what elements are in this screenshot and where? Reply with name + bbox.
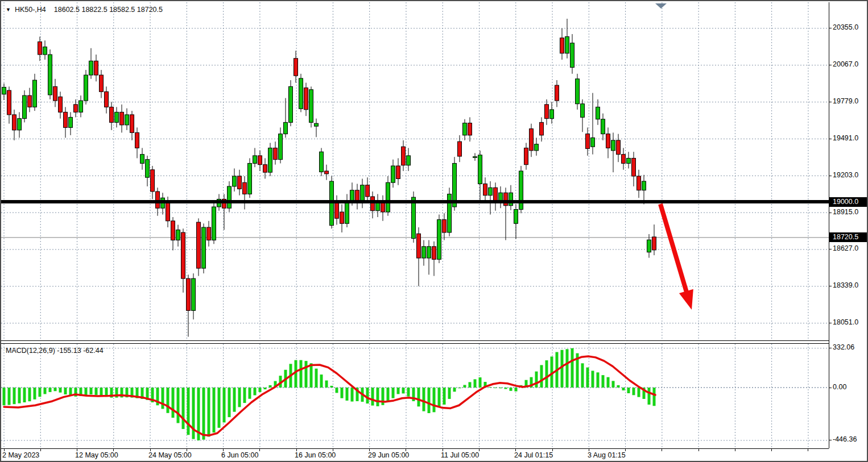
candle-bear[interactable]: [197, 222, 201, 268]
candle-bull[interactable]: [550, 110, 554, 119]
time-marker-icon[interactable]: [655, 3, 667, 9]
candle-bear[interactable]: [28, 95, 32, 107]
candle-bull[interactable]: [212, 207, 216, 240]
candle-bear[interactable]: [274, 148, 278, 159]
candle-bull[interactable]: [601, 119, 605, 134]
candle-bull[interactable]: [268, 148, 272, 172]
candle-bear[interactable]: [105, 91, 109, 107]
candle-bull[interactable]: [79, 101, 83, 112]
candle-bear[interactable]: [53, 86, 57, 101]
candle-bear[interactable]: [530, 129, 534, 151]
candle-bull[interactable]: [437, 220, 441, 260]
candle-bear[interactable]: [417, 234, 421, 258]
candle-bear[interactable]: [606, 134, 610, 148]
candle-bear[interactable]: [560, 38, 564, 53]
candle-bull[interactable]: [350, 190, 354, 201]
candle-bull[interactable]: [489, 188, 493, 195]
time-axis[interactable]: 2 May 202312 May 05:0024 May 05:006 Jun …: [1, 449, 829, 462]
candle-bull[interactable]: [642, 181, 646, 190]
candle-bull[interactable]: [596, 107, 600, 119]
candle-bull[interactable]: [581, 104, 585, 118]
candle-bear[interactable]: [443, 220, 447, 233]
candle-bull[interactable]: [391, 166, 395, 182]
candle-bear[interactable]: [187, 278, 191, 310]
candle-bull[interactable]: [565, 36, 569, 53]
candle-bear[interactable]: [632, 158, 636, 176]
candle-bull[interactable]: [89, 61, 93, 75]
candle-bear[interactable]: [258, 156, 262, 165]
candle-bear[interactable]: [59, 97, 63, 112]
candle-bear[interactable]: [181, 232, 185, 278]
candle-bull[interactable]: [176, 230, 180, 240]
candle-bear[interactable]: [243, 182, 247, 194]
candle-bull[interactable]: [228, 186, 232, 208]
candle-bull[interactable]: [33, 80, 37, 107]
candle-bull[interactable]: [345, 201, 349, 224]
candle-bull[interactable]: [571, 43, 574, 68]
candle-bear[interactable]: [637, 176, 641, 190]
candle-bear[interactable]: [135, 132, 139, 148]
candle-bull[interactable]: [115, 112, 119, 122]
candle-bear[interactable]: [110, 107, 114, 122]
candle-bull[interactable]: [591, 138, 595, 147]
down-arrow-line[interactable]: [660, 204, 687, 292]
candle-bear[interactable]: [294, 59, 298, 76]
candle-bear[interactable]: [402, 147, 406, 165]
candle-bull[interactable]: [192, 278, 196, 310]
candle-bull[interactable]: [509, 193, 513, 206]
candle-bull[interactable]: [299, 78, 303, 109]
candle-bull[interactable]: [18, 119, 22, 130]
candle-bull[interactable]: [23, 95, 27, 119]
candle-bear[interactable]: [617, 140, 621, 155]
candle-bear[interactable]: [120, 112, 124, 125]
symbol-dropdown-icon[interactable]: ▼: [6, 7, 11, 13]
candle-bull[interactable]: [202, 227, 206, 268]
candle-bear[interactable]: [540, 122, 544, 135]
candle-bull[interactable]: [320, 152, 324, 172]
candle-bull[interactable]: [386, 182, 390, 212]
candle-bull[interactable]: [611, 140, 615, 151]
candle-bull[interactable]: [463, 123, 467, 135]
candle-bear[interactable]: [504, 193, 508, 206]
candle-bear[interactable]: [38, 42, 42, 55]
candle-bull[interactable]: [284, 122, 288, 134]
candle-bull[interactable]: [514, 210, 518, 224]
candle-bear[interactable]: [483, 184, 487, 195]
candle-bear[interactable]: [325, 171, 329, 174]
candle-bear[interactable]: [652, 237, 656, 250]
candle-bear[interactable]: [458, 141, 462, 156]
candle-bear[interactable]: [555, 85, 559, 101]
candle-bear[interactable]: [263, 165, 267, 173]
candle-bull[interactable]: [125, 115, 129, 125]
price-axis[interactable]: 20355.020067.019779.019491.019203.018915…: [829, 1, 868, 449]
candle-bear[interactable]: [130, 115, 134, 133]
candle-bull[interactable]: [2, 87, 6, 94]
candle-bear[interactable]: [100, 75, 104, 91]
candle-bull[interactable]: [248, 163, 252, 194]
candle-bull[interactable]: [309, 90, 313, 123]
candle-bear[interactable]: [586, 134, 590, 149]
candle-bear[interactable]: [74, 105, 78, 113]
candle-bear[interactable]: [545, 105, 549, 119]
candle-bear[interactable]: [64, 112, 68, 127]
candle-bull[interactable]: [478, 155, 482, 184]
candle-bear[interactable]: [524, 148, 528, 164]
candle-bear[interactable]: [156, 192, 160, 208]
candle-bear[interactable]: [207, 227, 211, 240]
candle-bull[interactable]: [535, 144, 539, 151]
candle-bear[interactable]: [622, 155, 626, 164]
candle-bear[interactable]: [366, 185, 370, 197]
candle-bull[interactable]: [279, 134, 283, 160]
candle-bull[interactable]: [289, 86, 293, 122]
candle-bear[interactable]: [151, 170, 155, 192]
candle-bear[interactable]: [432, 247, 436, 260]
candle-bear[interactable]: [304, 88, 308, 110]
candle-bull[interactable]: [315, 123, 319, 126]
candle-bear[interactable]: [94, 61, 98, 75]
down-arrow-head[interactable]: [679, 289, 693, 310]
horizontal-line-object[interactable]: [1, 200, 829, 203]
candle-bear[interactable]: [335, 202, 339, 218]
candle-bull[interactable]: [427, 247, 431, 258]
candle-bull[interactable]: [519, 171, 523, 210]
candle-bull[interactable]: [627, 158, 631, 163]
